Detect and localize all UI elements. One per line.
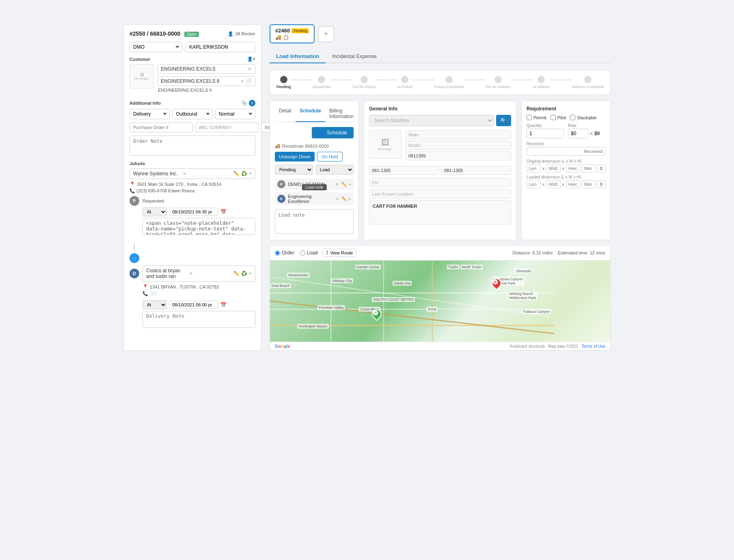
delivery-select[interactable]: Delivery bbox=[130, 109, 170, 119]
connector-5 bbox=[464, 80, 486, 80]
step-dispatched-dot bbox=[318, 76, 325, 83]
received-input[interactable] bbox=[527, 147, 605, 156]
customer-fields: ENGINEERING EXCELS ✕ ENGINEERING EXCELS … bbox=[157, 64, 255, 96]
stackable-checkbox[interactable] bbox=[570, 115, 575, 120]
company2-icon[interactable]: 📄 bbox=[246, 78, 252, 84]
step-pending-dot bbox=[280, 76, 287, 83]
order-radio[interactable] bbox=[275, 250, 280, 256]
add-icon3[interactable]: + bbox=[349, 182, 351, 187]
pilot-checkbox[interactable] bbox=[550, 115, 556, 120]
delivery-date-input[interactable] bbox=[169, 301, 218, 309]
detail-tab-billing[interactable]: Billing Information bbox=[325, 106, 358, 122]
refresh-icon2[interactable]: ♻️ bbox=[241, 271, 247, 276]
add-tab-button[interactable]: + bbox=[318, 26, 334, 42]
on-hold-button[interactable]: On Hold bbox=[317, 152, 342, 162]
company2-clear[interactable]: ✕ bbox=[240, 79, 244, 84]
tab-card-2460[interactable]: #2460 Pending 🚚 📋 bbox=[270, 24, 315, 43]
machine-search-button[interactable]: 🔍 bbox=[496, 115, 511, 126]
po-input[interactable] bbox=[130, 123, 193, 132]
load-radio-item[interactable]: Load bbox=[300, 250, 318, 256]
normal-select[interactable]: Normal bbox=[215, 109, 255, 119]
rate-input[interactable] bbox=[568, 129, 588, 138]
id3-field: 081-1305 bbox=[441, 166, 511, 175]
received-block: Received bbox=[527, 142, 605, 156]
stop-p-row: P Requested bbox=[130, 196, 255, 206]
company1-clear[interactable]: ✕ bbox=[248, 66, 252, 72]
pickup-date-input[interactable] bbox=[169, 208, 218, 216]
orig-wid-input[interactable] bbox=[546, 164, 561, 172]
orig-len-input[interactable] bbox=[527, 164, 541, 172]
jobsite-field-row[interactable]: Wynne Systems Inc. ✕ ✏️ ♻️ + bbox=[130, 168, 255, 179]
delivery-note-textarea[interactable] bbox=[142, 311, 255, 328]
schedule-button[interactable]: 👤 Schedule bbox=[312, 127, 354, 138]
quantity-input[interactable] bbox=[527, 129, 564, 138]
edit-icon3[interactable]: ✏️ bbox=[341, 182, 347, 187]
status-select[interactable]: Pending bbox=[275, 165, 313, 174]
step-out-pickup-dot bbox=[361, 76, 368, 83]
loaded-len-input[interactable] bbox=[527, 180, 541, 188]
delivery-address-row[interactable]: Costco at bryan and tustin ran ✕ ✏️ ♻️ + bbox=[142, 265, 255, 282]
orig-hei-input[interactable] bbox=[566, 164, 580, 172]
user-name: Jill Becker bbox=[235, 31, 255, 36]
loaded-wid-input[interactable] bbox=[546, 180, 561, 188]
permit-checkbox[interactable] bbox=[527, 115, 532, 120]
detail-tab-detail[interactable]: Detail bbox=[275, 106, 296, 122]
step-delivery-completed-dot bbox=[584, 76, 592, 83]
loaded-hei-input[interactable] bbox=[566, 180, 580, 188]
dim-x4: x bbox=[562, 182, 565, 187]
outbound-select[interactable]: Outbound bbox=[172, 109, 212, 119]
delivery-clear[interactable]: ✕ bbox=[189, 271, 232, 276]
pickup-note-textarea[interactable]: <span class="note-placeholder" data-name… bbox=[142, 218, 255, 235]
company2-row[interactable]: ENGINEERING EXCELS 6 ✕ 📄 bbox=[157, 76, 255, 86]
detail-tab-schedule[interactable]: Schedule bbox=[296, 106, 325, 122]
edit-icon[interactable]: ✏️ bbox=[233, 171, 240, 177]
step-pickup-completed-dot bbox=[445, 76, 453, 83]
company3-name: ENGINEERING EXCELS 6 bbox=[157, 88, 255, 93]
load-note-textarea[interactable] bbox=[275, 209, 354, 234]
status-select-row: Pending Load bbox=[275, 165, 354, 174]
add-icon4[interactable]: + bbox=[349, 196, 351, 202]
tab-card-header: #2460 Pending bbox=[275, 28, 309, 34]
jobsite-clear-icon[interactable]: ✕ bbox=[183, 171, 232, 177]
machine-search-select[interactable]: Search Machine bbox=[369, 115, 494, 126]
detail-stop-p-clear[interactable]: ✕ bbox=[335, 182, 339, 187]
refresh-icon[interactable]: ♻️ bbox=[241, 171, 247, 177]
loaded-wei-input[interactable] bbox=[582, 180, 596, 188]
edit-icon2[interactable]: ✏️ bbox=[233, 271, 240, 276]
stop-d-row: D Costco at bryan and tustin ran ✕ ✏️ ♻️… bbox=[130, 265, 255, 282]
detail-stop-d-actions: ✏️ + bbox=[341, 196, 351, 202]
schedule-btn-row: 👤 Schedule bbox=[275, 127, 354, 138]
map-label-huntington-beach: Huntington Beach bbox=[297, 324, 329, 329]
dim-x2: x bbox=[562, 166, 565, 171]
dmo-select[interactable]: DMO bbox=[130, 42, 182, 52]
detail-stop-d-clear[interactable]: ✕ bbox=[335, 196, 339, 202]
delivery-loc-icon: 📍 bbox=[142, 284, 148, 289]
load-radio[interactable] bbox=[300, 250, 305, 256]
delivery-at-select[interactable]: At bbox=[142, 300, 167, 309]
unassign-driver-button[interactable]: Unassign Driver bbox=[275, 152, 315, 162]
loaded-dim-label: Loaded dimension (L x W x H) bbox=[527, 175, 605, 179]
orig-wei-input[interactable] bbox=[582, 164, 596, 172]
detail-stop-d-value: Engineering Excellence bbox=[288, 194, 333, 204]
delivery-calendar-icon[interactable]: 📅 bbox=[220, 302, 227, 308]
left-panel: #2550 / 66810-0000 Open 👤 Jill Becker DM… bbox=[123, 24, 261, 351]
tab-load-information[interactable]: Load Information bbox=[270, 50, 326, 63]
add-icon2[interactable]: + bbox=[249, 271, 252, 276]
edit-icon4[interactable]: ✏️ bbox=[341, 196, 347, 202]
name-input[interactable] bbox=[186, 42, 255, 52]
company-input[interactable] bbox=[195, 123, 259, 132]
order-radio-item[interactable]: Order bbox=[275, 250, 294, 256]
view-route-button[interactable]: ⤴ View Route bbox=[322, 249, 356, 257]
company1-row[interactable]: ENGINEERING EXCELS ✕ bbox=[157, 64, 255, 74]
load-select[interactable]: Load bbox=[315, 165, 354, 174]
map-pin-p-container: P bbox=[372, 309, 382, 319]
add-icon[interactable]: + bbox=[249, 171, 252, 177]
left-header: #2550 / 66810-0000 Open 👤 Jill Becker bbox=[130, 30, 255, 37]
delivery-email-icon: ✉️ bbox=[151, 291, 157, 296]
pickup-at-select[interactable]: At bbox=[142, 207, 167, 216]
tab-incidental-expense[interactable]: Incidental Expense bbox=[326, 50, 383, 63]
calendar-icon[interactable]: 📅 bbox=[220, 209, 227, 215]
terms-of-use[interactable]: Terms of Use bbox=[581, 344, 605, 349]
order-note-textarea[interactable] bbox=[130, 136, 255, 156]
original-dim-block: Original dimension (L x W x H) x x 0 bbox=[527, 159, 605, 172]
